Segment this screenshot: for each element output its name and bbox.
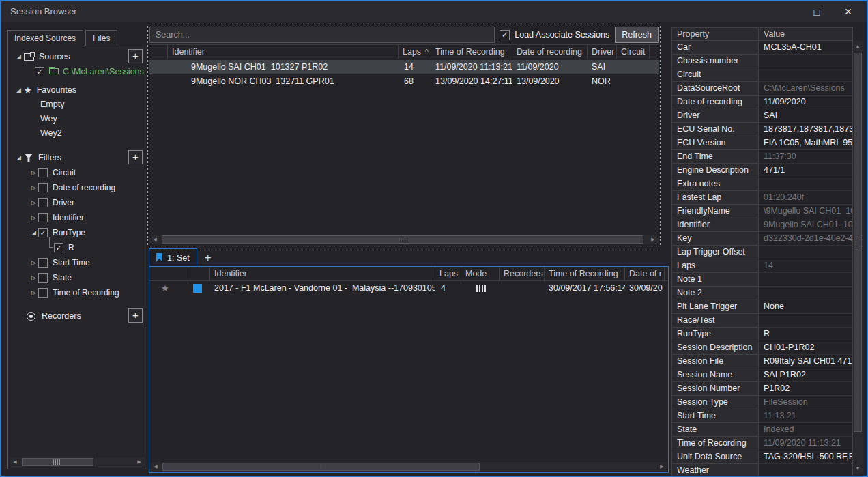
set-column-header-col1[interactable]	[188, 267, 210, 280]
property-value[interactable]: 9Mugello SAI CH01 1013	[759, 218, 853, 232]
property-value[interactable]: None	[759, 300, 853, 314]
property-value[interactable]: 11/09/2020	[759, 96, 853, 109]
column-header-Circuit[interactable]: Circuit	[617, 45, 650, 59]
set-column-header-Identifier[interactable]: Identifier	[210, 267, 435, 280]
filter-item[interactable]: ▷Time of Recording	[8, 285, 147, 300]
property-value[interactable]: 11:13:21	[759, 409, 853, 423]
properties-vscrollbar[interactable]: ▲ ▼	[853, 41, 863, 474]
set-column-header-Mode[interactable]: Mode	[461, 267, 500, 280]
filter-item[interactable]: ◢✓RunType	[8, 225, 147, 240]
scroll-track[interactable]	[853, 51, 863, 463]
property-row[interactable]: ECU VersionFIA 1C05, MathMRL 95C2	[671, 136, 853, 150]
property-row[interactable]: Laps14	[671, 259, 853, 273]
expander-icon[interactable]: ▷	[29, 289, 38, 296]
property-row[interactable]: DriverSAI	[671, 109, 853, 123]
sessions-hscrollbar[interactable]: ◀ ▶	[149, 235, 659, 244]
set-row[interactable]: ★2017 - F1 McLaren - Vandorne 01 - Malay…	[149, 281, 668, 295]
property-row[interactable]: Circuit	[671, 68, 853, 82]
tab-files[interactable]: Files	[85, 30, 117, 46]
property-row[interactable]: Session DescriptionCH01-P1R02	[671, 341, 853, 355]
property-value[interactable]: 471/1	[759, 164, 853, 177]
property-row[interactable]: Session TypeFileSession	[671, 396, 853, 409]
property-row[interactable]: ECU Serial No.1873817,1873817,1873817	[671, 123, 853, 136]
property-row[interactable]: Extra notes	[671, 177, 853, 191]
scroll-right-icon[interactable]: ▶	[134, 457, 145, 467]
set-column-header-Laps[interactable]: Laps	[435, 267, 461, 280]
property-row[interactable]: Time of Recording11/09/2020 11:13:21	[671, 437, 853, 450]
expander-icon[interactable]: ▷	[29, 259, 38, 266]
tree-item-recorders[interactable]: Recorders +	[8, 308, 147, 323]
property-value[interactable]	[759, 273, 853, 287]
set-column-header-Date of r[interactable]: Date of r	[625, 267, 665, 280]
property-value[interactable]: \9Mugello SAI CH01 1013	[759, 205, 853, 218]
property-row[interactable]: Lap Trigger Offset	[671, 246, 853, 259]
set-hscrollbar[interactable]: ◀ ▶	[150, 462, 667, 472]
expander-icon[interactable]: ▷	[29, 169, 38, 176]
property-row[interactable]: CarMCL35A-CH01	[671, 41, 853, 55]
property-value[interactable]: Indexed	[759, 423, 853, 437]
filter-checkbox[interactable]	[38, 168, 48, 177]
source-checkbox[interactable]: ✓	[35, 67, 44, 76]
tab-indexed-sources[interactable]: Indexed Sources	[7, 30, 83, 47]
property-row[interactable]: Session FileR09Italy SAI CH01 471 1 2	[671, 355, 853, 368]
favourite-item[interactable]: Wey2	[8, 126, 147, 141]
session-row[interactable]: 9Mugello SAI CH01 101327 P1R021411/09/20…	[149, 60, 659, 74]
favourite-item[interactable]: Empty	[8, 98, 147, 112]
column-header-value[interactable]: Value	[758, 27, 853, 41]
property-value[interactable]: R	[759, 328, 853, 341]
property-row[interactable]: Note 2	[671, 287, 853, 300]
property-value[interactable]: TAG-320/HSL-500 RF,Eth	[759, 450, 853, 464]
filter-item[interactable]: ▷State	[8, 270, 147, 285]
property-value[interactable]: 11/09/2020 11:13:21	[759, 437, 853, 450]
maximize-button[interactable]: □	[801, 1, 833, 22]
tree-item-source-path[interactable]: ✓ C:\McLaren\Sessions	[8, 64, 147, 78]
favourite-star-icon[interactable]: ★	[152, 281, 188, 295]
property-value[interactable]: FileSession	[759, 396, 853, 409]
set-column-header-Time of Recording[interactable]: Time of Recording	[545, 267, 625, 280]
sidebar-hscrollbar[interactable]: ◀ ▶	[10, 457, 145, 467]
add-set-tab-button[interactable]: +	[197, 250, 219, 266]
property-value[interactable]	[759, 287, 853, 300]
property-row[interactable]: Chassis number	[671, 55, 853, 68]
property-value[interactable]: SAI P1R02	[759, 368, 853, 382]
filter-item[interactable]: ▷Start Time	[8, 255, 147, 270]
property-row[interactable]: End Time11:37:30	[671, 150, 853, 164]
scroll-right-icon[interactable]: ▶	[656, 462, 667, 472]
tree-item-sources[interactable]: ◢ Sources +	[8, 49, 147, 64]
property-row[interactable]: RunTypeR	[671, 328, 853, 341]
load-associate-checkbox[interactable]: ✓	[500, 30, 510, 40]
column-header-Driver[interactable]: Driver	[588, 45, 617, 59]
property-value[interactable]: R09Italy SAI CH01 471 1 2	[759, 355, 853, 368]
expander-icon[interactable]: ◢	[14, 87, 23, 93]
scroll-down-icon[interactable]: ▼	[853, 463, 863, 474]
expander-icon[interactable]: ▷	[29, 199, 38, 206]
set-tab[interactable]: 1: Set	[149, 248, 197, 266]
filter-item[interactable]: ▷Date of recording	[8, 180, 147, 195]
property-row[interactable]: FriendlyName\9Mugello SAI CH01 1013	[671, 205, 853, 218]
property-row[interactable]: StateIndexed	[671, 423, 853, 437]
search-input[interactable]	[149, 27, 495, 43]
session-row[interactable]: 9Mugello NOR CH03 132711 GPR016813/09/20…	[149, 74, 659, 89]
favourite-item[interactable]: Wey	[8, 112, 147, 126]
property-row[interactable]: Note 1	[671, 273, 853, 287]
property-row[interactable]: Race/Test	[671, 314, 853, 328]
recorders-radio[interactable]	[27, 312, 35, 321]
property-row[interactable]: Keyd322330d-2d1e-40e2-4d4	[671, 232, 853, 246]
property-row[interactable]: Fastest Lap01:20.240f	[671, 191, 853, 205]
add-filter-button[interactable]: +	[128, 150, 143, 164]
expander-icon[interactable]: ▷	[29, 274, 38, 281]
scroll-left-icon[interactable]: ◀	[149, 235, 160, 244]
property-row[interactable]: Session NumberP1R02	[671, 382, 853, 396]
property-row[interactable]: Start Time11:13:21	[671, 409, 853, 423]
property-value[interactable]: d322330d-2d1e-40e2-4d4	[759, 232, 853, 246]
property-value[interactable]: CH01-P1R02	[759, 341, 853, 355]
column-header-select[interactable]	[151, 45, 168, 59]
column-header-Time of Recording[interactable]: Time of Recording	[431, 45, 512, 59]
scroll-track[interactable]	[160, 235, 648, 244]
expander-icon[interactable]: ◢	[14, 154, 23, 161]
filter-item[interactable]: ▷Driver	[8, 195, 147, 210]
filter-checkbox[interactable]	[38, 273, 48, 283]
column-header-Identifier[interactable]: Identifier	[168, 45, 399, 59]
filter-checkbox[interactable]: ✓	[38, 228, 48, 237]
column-header-Laps[interactable]: Laps^	[399, 45, 431, 59]
